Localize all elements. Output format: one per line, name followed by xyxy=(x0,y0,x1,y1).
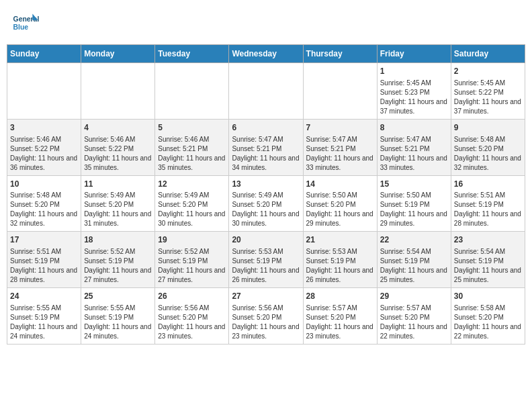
day-number: 18 xyxy=(84,234,152,246)
logo: General Blue xyxy=(12,9,42,36)
weekday-header-monday: Monday xyxy=(81,45,155,63)
day-info: Sunrise: 5:51 AM Sunset: 5:19 PM Dayligh… xyxy=(10,247,78,285)
day-number: 13 xyxy=(232,179,300,190)
day-info: Sunrise: 5:50 AM Sunset: 5:19 PM Dayligh… xyxy=(380,191,448,228)
calendar-cell: 5Sunrise: 5:46 AM Sunset: 5:21 PM Daylig… xyxy=(155,119,229,175)
day-info: Sunrise: 5:49 AM Sunset: 5:20 PM Dayligh… xyxy=(84,191,152,228)
day-info: Sunrise: 5:57 AM Sunset: 5:20 PM Dayligh… xyxy=(380,304,448,341)
calendar-cell: 25Sunrise: 5:55 AM Sunset: 5:19 PM Dayli… xyxy=(81,288,155,345)
day-info: Sunrise: 5:48 AM Sunset: 5:20 PM Dayligh… xyxy=(10,191,78,228)
calendar-cell xyxy=(303,63,377,120)
day-number: 22 xyxy=(380,234,448,246)
weekday-header-wednesday: Wednesday xyxy=(229,45,303,63)
calendar-cell xyxy=(7,63,81,120)
calendar-cell xyxy=(155,63,229,120)
calendar-body: 1Sunrise: 5:45 AM Sunset: 5:23 PM Daylig… xyxy=(7,63,525,345)
weekday-header-tuesday: Tuesday xyxy=(155,45,229,63)
day-number: 15 xyxy=(380,179,448,190)
day-number: 27 xyxy=(232,291,300,302)
day-number: 29 xyxy=(380,291,448,302)
day-number: 14 xyxy=(306,179,374,190)
day-number: 5 xyxy=(158,122,226,134)
day-number: 19 xyxy=(158,234,226,246)
day-info: Sunrise: 5:53 AM Sunset: 5:19 PM Dayligh… xyxy=(306,247,374,285)
day-info: Sunrise: 5:48 AM Sunset: 5:20 PM Dayligh… xyxy=(454,135,522,173)
day-number: 21 xyxy=(306,234,374,246)
weekday-header-thursday: Thursday xyxy=(303,45,377,63)
calendar-cell: 29Sunrise: 5:57 AM Sunset: 5:20 PM Dayli… xyxy=(377,288,451,345)
day-info: Sunrise: 5:46 AM Sunset: 5:21 PM Dayligh… xyxy=(158,135,226,173)
day-number: 4 xyxy=(84,122,152,134)
day-info: Sunrise: 5:54 AM Sunset: 5:19 PM Dayligh… xyxy=(454,247,522,285)
calendar-cell: 8Sunrise: 5:47 AM Sunset: 5:21 PM Daylig… xyxy=(377,119,451,175)
calendar-cell: 15Sunrise: 5:50 AM Sunset: 5:19 PM Dayli… xyxy=(377,175,451,232)
day-info: Sunrise: 5:57 AM Sunset: 5:20 PM Dayligh… xyxy=(306,304,374,341)
day-number: 16 xyxy=(454,179,522,190)
day-number: 17 xyxy=(10,234,78,246)
day-info: Sunrise: 5:58 AM Sunset: 5:20 PM Dayligh… xyxy=(454,304,522,341)
day-number: 25 xyxy=(84,291,152,302)
calendar-header: SundayMondayTuesdayWednesdayThursdayFrid… xyxy=(7,45,525,63)
weekday-header-friday: Friday xyxy=(377,45,451,63)
calendar-week-4: 17Sunrise: 5:51 AM Sunset: 5:19 PM Dayli… xyxy=(7,232,525,288)
day-info: Sunrise: 5:52 AM Sunset: 5:19 PM Dayligh… xyxy=(84,247,152,285)
calendar-cell: 4Sunrise: 5:46 AM Sunset: 5:22 PM Daylig… xyxy=(81,119,155,175)
day-info: Sunrise: 5:45 AM Sunset: 5:23 PM Dayligh… xyxy=(380,79,448,116)
calendar-cell: 6Sunrise: 5:47 AM Sunset: 5:21 PM Daylig… xyxy=(229,119,303,175)
calendar-cell: 1Sunrise: 5:45 AM Sunset: 5:23 PM Daylig… xyxy=(377,63,451,120)
day-info: Sunrise: 5:55 AM Sunset: 5:19 PM Dayligh… xyxy=(10,304,78,341)
day-number: 24 xyxy=(10,291,78,302)
calendar-cell: 28Sunrise: 5:57 AM Sunset: 5:20 PM Dayli… xyxy=(303,288,377,345)
day-info: Sunrise: 5:55 AM Sunset: 5:19 PM Dayligh… xyxy=(84,304,152,341)
day-info: Sunrise: 5:54 AM Sunset: 5:19 PM Dayligh… xyxy=(380,247,448,285)
day-info: Sunrise: 5:56 AM Sunset: 5:20 PM Dayligh… xyxy=(158,304,226,341)
day-number: 1 xyxy=(380,66,448,77)
calendar-cell: 23Sunrise: 5:54 AM Sunset: 5:19 PM Dayli… xyxy=(451,232,525,288)
calendar-week-5: 24Sunrise: 5:55 AM Sunset: 5:19 PM Dayli… xyxy=(7,288,525,345)
day-info: Sunrise: 5:45 AM Sunset: 5:22 PM Dayligh… xyxy=(454,79,522,116)
day-info: Sunrise: 5:53 AM Sunset: 5:19 PM Dayligh… xyxy=(232,247,300,285)
day-info: Sunrise: 5:52 AM Sunset: 5:19 PM Dayligh… xyxy=(158,247,226,285)
calendar-cell: 14Sunrise: 5:50 AM Sunset: 5:20 PM Dayli… xyxy=(303,175,377,232)
day-number: 9 xyxy=(454,122,522,134)
calendar-week-3: 10Sunrise: 5:48 AM Sunset: 5:20 PM Dayli… xyxy=(7,175,525,232)
calendar-cell: 2Sunrise: 5:45 AM Sunset: 5:22 PM Daylig… xyxy=(451,63,525,120)
page-header: General Blue xyxy=(7,7,525,39)
calendar-cell: 13Sunrise: 5:49 AM Sunset: 5:20 PM Dayli… xyxy=(229,175,303,232)
day-number: 26 xyxy=(158,291,226,302)
calendar-cell: 17Sunrise: 5:51 AM Sunset: 5:19 PM Dayli… xyxy=(7,232,81,288)
day-number: 23 xyxy=(454,234,522,246)
calendar-cell: 20Sunrise: 5:53 AM Sunset: 5:19 PM Dayli… xyxy=(229,232,303,288)
calendar-cell: 16Sunrise: 5:51 AM Sunset: 5:19 PM Dayli… xyxy=(451,175,525,232)
calendar-cell: 18Sunrise: 5:52 AM Sunset: 5:19 PM Dayli… xyxy=(81,232,155,288)
calendar-cell: 11Sunrise: 5:49 AM Sunset: 5:20 PM Dayli… xyxy=(81,175,155,232)
day-info: Sunrise: 5:56 AM Sunset: 5:20 PM Dayligh… xyxy=(232,304,300,341)
calendar-cell: 9Sunrise: 5:48 AM Sunset: 5:20 PM Daylig… xyxy=(451,119,525,175)
calendar-cell xyxy=(81,63,155,120)
day-number: 28 xyxy=(306,291,374,302)
calendar-cell: 10Sunrise: 5:48 AM Sunset: 5:20 PM Dayli… xyxy=(7,175,81,232)
calendar-cell: 27Sunrise: 5:56 AM Sunset: 5:20 PM Dayli… xyxy=(229,288,303,345)
day-info: Sunrise: 5:49 AM Sunset: 5:20 PM Dayligh… xyxy=(232,191,300,228)
calendar-table: SundayMondayTuesdayWednesdayThursdayFrid… xyxy=(7,44,525,345)
calendar-cell: 7Sunrise: 5:47 AM Sunset: 5:21 PM Daylig… xyxy=(303,119,377,175)
weekday-header-sunday: Sunday xyxy=(7,45,81,63)
svg-text:Blue: Blue xyxy=(13,24,29,31)
calendar-cell: 22Sunrise: 5:54 AM Sunset: 5:19 PM Dayli… xyxy=(377,232,451,288)
calendar-cell: 19Sunrise: 5:52 AM Sunset: 5:19 PM Dayli… xyxy=(155,232,229,288)
day-info: Sunrise: 5:47 AM Sunset: 5:21 PM Dayligh… xyxy=(232,135,300,173)
day-info: Sunrise: 5:50 AM Sunset: 5:20 PM Dayligh… xyxy=(306,191,374,228)
calendar-cell: 26Sunrise: 5:56 AM Sunset: 5:20 PM Dayli… xyxy=(155,288,229,345)
calendar-week-2: 3Sunrise: 5:46 AM Sunset: 5:22 PM Daylig… xyxy=(7,119,525,175)
day-info: Sunrise: 5:47 AM Sunset: 5:21 PM Dayligh… xyxy=(306,135,374,173)
logo-icon: General Blue xyxy=(12,9,39,36)
calendar-week-1: 1Sunrise: 5:45 AM Sunset: 5:23 PM Daylig… xyxy=(7,63,525,120)
day-number: 8 xyxy=(380,122,448,134)
day-number: 11 xyxy=(84,179,152,190)
day-number: 10 xyxy=(10,179,78,190)
calendar-cell: 21Sunrise: 5:53 AM Sunset: 5:19 PM Dayli… xyxy=(303,232,377,288)
day-number: 3 xyxy=(10,122,78,134)
weekday-header-row: SundayMondayTuesdayWednesdayThursdayFrid… xyxy=(7,45,525,63)
calendar-cell: 24Sunrise: 5:55 AM Sunset: 5:19 PM Dayli… xyxy=(7,288,81,345)
calendar-cell: 3Sunrise: 5:46 AM Sunset: 5:22 PM Daylig… xyxy=(7,119,81,175)
